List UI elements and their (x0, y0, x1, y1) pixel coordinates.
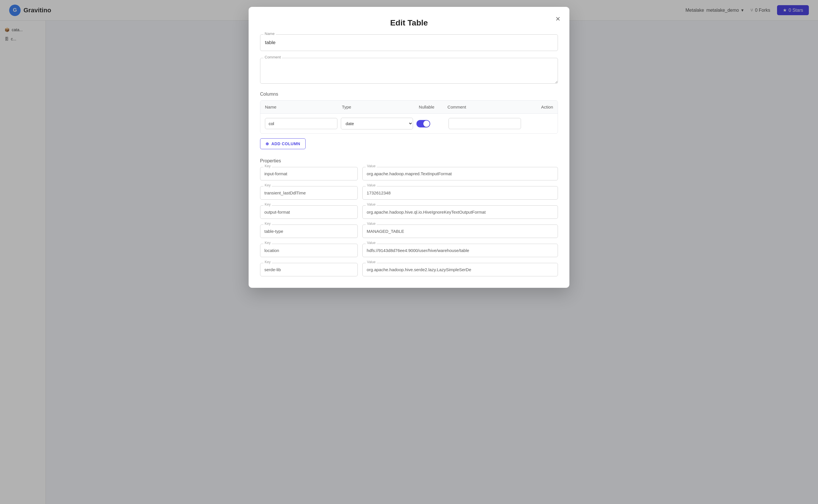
modal-title: Edit Table (260, 18, 558, 27)
modal-body: Name Comment Columns Name Type Nullable … (249, 34, 569, 288)
col-header-action: Action (524, 105, 553, 109)
prop-value-input-0[interactable] (362, 167, 558, 180)
prop-key-input-3[interactable] (260, 225, 358, 238)
prop-key-input-2[interactable] (260, 205, 358, 219)
name-input[interactable] (260, 34, 558, 51)
column-comment-input[interactable] (449, 118, 521, 129)
prop-key-input-0[interactable] (260, 167, 358, 180)
prop-value-label-2: Value (366, 202, 377, 206)
toggle-thumb (423, 121, 430, 127)
prop-key-field-4: Key (260, 244, 358, 257)
column-type-select[interactable]: date string int bigint boolean double fl… (341, 118, 413, 129)
prop-key-field-0: Key (260, 167, 358, 180)
prop-value-field-0: Value (362, 167, 558, 180)
prop-key-field-5: Key (260, 263, 358, 276)
prop-value-field-4: Value (362, 244, 558, 257)
column-name-input[interactable] (265, 118, 337, 129)
comment-textarea[interactable] (260, 58, 558, 84)
prop-value-input-3[interactable] (362, 225, 558, 238)
prop-value-input-5[interactable] (362, 263, 558, 276)
property-row-5: Key Value (260, 263, 558, 276)
prop-value-field-1: Value (362, 186, 558, 200)
prop-value-label-5: Value (366, 260, 377, 264)
prop-key-label-4: Key (264, 241, 272, 245)
prop-value-field-3: Value (362, 225, 558, 238)
col-header-name: Name (265, 105, 342, 109)
prop-value-label-0: Value (366, 164, 377, 168)
name-field-group: Name (260, 34, 558, 51)
nullable-toggle[interactable] (416, 120, 445, 127)
prop-value-label-1: Value (366, 183, 377, 187)
name-label: Name (264, 31, 276, 36)
prop-key-field-2: Key (260, 205, 358, 219)
property-row-1: Key Value (260, 186, 558, 200)
columns-section-label: Columns (260, 92, 558, 97)
prop-key-input-1[interactable] (260, 186, 358, 200)
prop-key-label-5: Key (264, 260, 272, 264)
modal-overlay: Edit Table × Name Comment Columns Name T… (0, 0, 818, 504)
prop-key-input-5[interactable] (260, 263, 358, 276)
prop-value-label-4: Value (366, 241, 377, 245)
prop-key-field-1: Key (260, 186, 358, 200)
add-column-button[interactable]: ⊕ ADD COLUMN (260, 138, 306, 149)
columns-table: Name Type Nullable Comment Action date s… (260, 100, 558, 134)
edit-table-modal: Edit Table × Name Comment Columns Name T… (249, 7, 569, 288)
prop-value-field-5: Value (362, 263, 558, 276)
prop-key-label-3: Key (264, 222, 272, 226)
property-row-2: Key Value (260, 205, 558, 219)
prop-value-field-2: Value (362, 205, 558, 219)
prop-key-label-1: Key (264, 183, 272, 187)
prop-value-input-4[interactable] (362, 244, 558, 257)
toggle-track[interactable] (416, 120, 430, 127)
comment-field-group: Comment (260, 58, 558, 85)
columns-header: Name Type Nullable Comment Action (260, 101, 558, 114)
add-column-label: ADD COLUMN (272, 141, 300, 146)
properties-section-label: Properties (260, 158, 558, 164)
col-header-type: Type (342, 105, 419, 109)
add-column-icon: ⊕ (266, 141, 269, 146)
prop-key-input-4[interactable] (260, 244, 358, 257)
modal-header: Edit Table × (249, 7, 569, 34)
comment-label: Comment (264, 55, 282, 59)
property-row-0: Key Value (260, 167, 558, 180)
property-row-4: Key Value (260, 244, 558, 257)
prop-value-label-3: Value (366, 222, 377, 226)
col-header-comment: Comment (447, 105, 524, 109)
col-header-nullable: Nullable (419, 105, 447, 109)
prop-key-label-2: Key (264, 202, 272, 206)
prop-key-label-0: Key (264, 164, 272, 168)
prop-key-field-3: Key (260, 225, 358, 238)
table-row: date string int bigint boolean double fl… (260, 114, 558, 133)
modal-close-button[interactable]: × (556, 15, 560, 23)
prop-value-input-2[interactable] (362, 205, 558, 219)
prop-value-input-1[interactable] (362, 186, 558, 200)
property-row-3: Key Value (260, 225, 558, 238)
properties-grid: Key Value Key Value (260, 167, 558, 276)
